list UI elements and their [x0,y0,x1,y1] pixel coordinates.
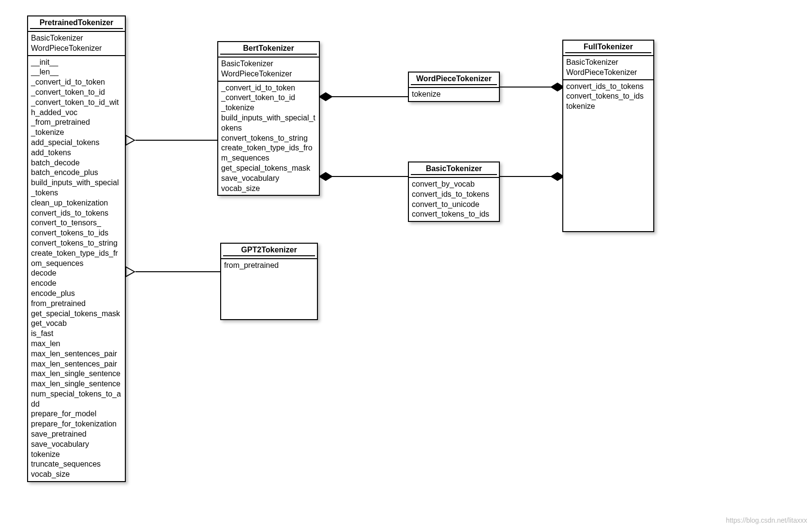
method-item: prepare_for_tokenization [31,419,122,429]
method-item: convert_to_tensors_ [31,218,122,228]
method-item: add_special_tokens [31,138,122,148]
attr-item: WordPieceTokenizer [221,69,316,79]
method-item: tokenize [412,89,496,100]
method-item: _tokenize [221,103,316,113]
watermark-text: https://blog.csdn.net/litaxxx [726,516,807,524]
method-item: encode [31,279,122,289]
class-title: GPT2Tokenizer [221,244,317,259]
composition-bert-basic [319,173,408,180]
class-bert-tokenizer: BertTokenizer BasicTokenizer WordPieceTo… [217,41,320,196]
method-item: __init__ [31,58,122,68]
class-wordpiece-tokenizer: WordPieceTokenizer tokenize [408,72,500,102]
method-item: vocab_size [31,469,122,480]
method-item: convert_tokens_to_ids [566,91,650,102]
class-methods: tokenize [409,88,499,101]
method-item: tokenize [566,102,650,112]
class-basic-tokenizer: BasicTokenizer convert_by_vocabconvert_i… [408,161,500,222]
method-item: from_pretrained [224,261,314,271]
class-title: BasicTokenizer [409,162,499,178]
method-item: max_len_single_sentence [31,379,122,389]
method-item: _convert_id_to_token [221,83,316,93]
inheritance-bert-to-pretrained [126,135,217,145]
method-item: from_pretrained [31,299,122,309]
class-methods: from_pretrained [221,259,317,317]
method-item: add_tokens [31,148,122,158]
composition-full-wordpiece [500,83,564,91]
method-item: save_vocabulary [31,440,122,450]
method-item: encode_plus [31,289,122,299]
method-item: convert_ids_to_tokens [412,190,496,200]
method-item: vocab_size [221,184,316,194]
class-title: PretrainedTokenizer [28,16,125,32]
composition-full-basic [500,173,564,180]
method-item: max_len_single_sentence [31,369,122,379]
method-item: convert_ids_to_tokens [566,82,650,92]
method-item: truncate_sequences [31,459,122,469]
method-item: max_len_sentences_pair [31,349,122,359]
method-item: max_len_sentences_pair [31,359,122,369]
method-item: convert_tokens_to_string [31,238,122,249]
class-title: BertTokenizer [218,42,319,58]
inheritance-gpt2-to-pretrained [126,267,220,277]
attr-item: WordPieceTokenizer [31,44,122,54]
method-item: convert_by_vocab [412,179,496,190]
svg-marker-5 [319,93,332,101]
class-title: FullTokenizer [563,41,653,56]
method-item: _tokenize [31,128,122,138]
method-item: decode [31,268,122,279]
method-item: convert_tokens_to_string [221,133,316,144]
class-attrs: BasicTokenizer WordPieceTokenizer [563,56,653,80]
method-item: create_token_type_ids_from_sequences [221,143,316,163]
method-item: _convert_id_to_token [31,77,122,88]
method-item: create_token_type_ids_from_sequences [31,249,122,269]
method-item: get_special_tokens_mask [31,309,122,319]
method-item: clean_up_tokenization [31,198,122,208]
svg-marker-3 [126,267,135,277]
class-methods: convert_ids_to_tokensconvert_tokens_to_i… [563,80,653,225]
method-item: _from_pretrained [31,117,122,128]
method-item: get_vocab [31,319,122,329]
method-item: get_special_tokens_mask [221,163,316,174]
method-item: is_fast [31,329,122,339]
composition-bert-wordpiece [319,93,408,101]
method-item: convert_tokens_to_ids [412,209,496,220]
class-methods: _convert_id_to_token_convert_token_to_id… [218,82,319,195]
attr-item: BasicTokenizer [31,33,122,44]
method-item: batch_decode [31,158,122,168]
method-item: tokenize [31,450,122,460]
attr-item: WordPieceTokenizer [566,68,650,78]
method-item: __len__ [31,67,122,77]
method-item: _convert_token_to_id [221,93,316,103]
class-methods: __init____len___convert_id_to_token_conv… [28,56,125,481]
class-gpt2-tokenizer: GPT2Tokenizer from_pretrained [220,243,318,320]
class-attrs: BasicTokenizer WordPieceTokenizer [218,58,319,82]
method-item: prepare_for_model [31,409,122,419]
attr-item: BasicTokenizer [566,58,650,68]
method-item: build_inputs_with_special_tokens [31,178,122,198]
method-item: _convert_token_to_id_with_added_voc [31,98,122,118]
method-item: save_pretrained [31,429,122,440]
class-attrs: BasicTokenizer WordPieceTokenizer [28,32,125,56]
method-item: max_len [31,339,122,349]
method-item: num_special_tokens_to_add [31,389,122,410]
method-item: save_vocabulary [221,174,316,184]
attr-item: BasicTokenizer [221,59,316,69]
method-item: build_inputs_with_special_tokens [221,113,316,133]
svg-marker-7 [319,173,332,180]
svg-marker-1 [126,135,135,145]
method-item: convert_to_unicode [412,200,496,210]
class-methods: convert_by_vocabconvert_ids_to_tokenscon… [409,178,499,221]
class-full-tokenizer: FullTokenizer BasicTokenizer WordPieceTo… [562,40,654,232]
class-title: WordPieceTokenizer [409,73,499,88]
class-pretrained-tokenizer: PretrainedTokenizer BasicTokenizer WordP… [27,15,126,482]
method-item: convert_tokens_to_ids [31,228,122,238]
method-item: batch_encode_plus [31,168,122,178]
method-item: convert_ids_to_tokens [31,208,122,219]
method-item: _convert_token_to_id [31,88,122,98]
